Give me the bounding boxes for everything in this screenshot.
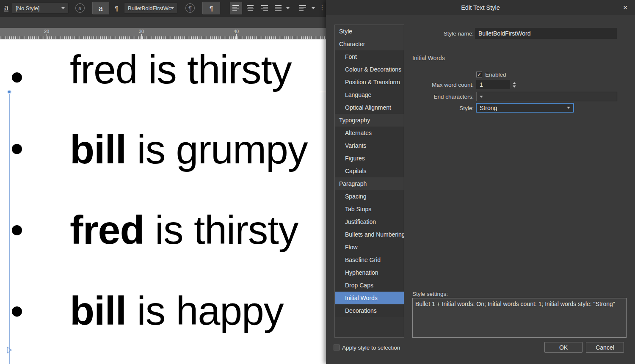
first-word: bill bbox=[70, 127, 126, 172]
circled-pilcrow-icon: ¶ bbox=[185, 3, 195, 13]
justify-button[interactable] bbox=[272, 2, 284, 14]
sidebar-item-initial-words[interactable]: Initial Words bbox=[335, 292, 404, 304]
sidebar-item-font[interactable]: Font bbox=[335, 50, 404, 63]
ok-button[interactable]: OK bbox=[544, 342, 583, 353]
style-dropdown[interactable]: Strong bbox=[476, 103, 574, 113]
cancel-button[interactable]: Cancel bbox=[586, 342, 624, 353]
toolbar-overflow-handle[interactable]: ⋮ bbox=[319, 3, 326, 11]
sidebar-item-style[interactable]: Style bbox=[335, 25, 404, 38]
list-options-button[interactable] bbox=[296, 2, 310, 14]
align-left-button[interactable] bbox=[230, 2, 242, 14]
ruler-minor-ticks bbox=[0, 36, 326, 39]
ruler-mark: 20 bbox=[44, 29, 49, 34]
sidebar-item-tab-stops[interactable]: Tab Stops bbox=[335, 203, 404, 215]
sidebar-item-drop-caps[interactable]: Drop Caps bbox=[335, 279, 404, 292]
apply-style-checkbox[interactable] bbox=[334, 345, 340, 350]
sidebar-item-optical-alignment[interactable]: Optical Alignment bbox=[335, 101, 404, 114]
doc-line-2[interactable]: bill is grumpy bbox=[70, 130, 307, 170]
first-word: fred bbox=[70, 207, 144, 252]
sidebar-item-language[interactable]: Language bbox=[335, 88, 404, 101]
sidebar-item-position-transform[interactable]: Position & Transform bbox=[335, 76, 404, 88]
sidebar-item-hyphenation[interactable]: Hyphenation bbox=[335, 266, 404, 279]
bullet-dot bbox=[12, 144, 22, 154]
sidebar-item-bullets-and-numbering[interactable]: Bullets and Numbering bbox=[335, 228, 404, 241]
sidebar-item-baseline-grid[interactable]: Baseline Grid bbox=[335, 254, 404, 266]
first-word: bill bbox=[70, 288, 126, 333]
character-style-icon: a bbox=[2, 2, 11, 14]
pilcrow-glyph: ¶ bbox=[115, 5, 118, 12]
enabled-label[interactable]: Enabled bbox=[485, 72, 506, 78]
toolbar-substrip bbox=[0, 17, 326, 28]
max-word-count-input[interactable]: 1 bbox=[476, 80, 510, 89]
close-icon[interactable]: ✕ bbox=[621, 3, 630, 12]
ruler-major-tick bbox=[141, 34, 142, 39]
doc-line-4[interactable]: bill is happy bbox=[70, 291, 283, 331]
update-character-style-button[interactable]: a bbox=[72, 2, 88, 14]
paragraph-mode-button[interactable]: ¶ bbox=[202, 2, 220, 14]
chevron-down-icon[interactable] bbox=[480, 96, 483, 98]
rest-of-line: is thirsty bbox=[138, 47, 292, 92]
chevron-down-icon bbox=[567, 107, 570, 109]
doc-line-1[interactable]: fred is thirsty bbox=[70, 50, 291, 90]
chevron-down-icon bbox=[171, 7, 174, 9]
chevron-down-icon bbox=[61, 7, 65, 9]
context-toolbar: a [No Style] a a ¶ BulletBoldFirstWor ¶ … bbox=[0, 0, 326, 17]
list-dropdown-button[interactable] bbox=[310, 2, 317, 14]
sidebar-item-justification[interactable]: Justification bbox=[335, 215, 404, 228]
style-settings-box: Bullet 1 + Initial words: On; Initial wo… bbox=[412, 298, 627, 338]
bullet-dot bbox=[12, 306, 22, 317]
max-word-count-stepper[interactable] bbox=[511, 80, 517, 89]
align-right-icon bbox=[260, 5, 268, 11]
doc-line-3[interactable]: fred is thirsty bbox=[70, 210, 298, 250]
rest-of-line: is grumpy bbox=[126, 127, 307, 172]
bullet-dot bbox=[12, 225, 22, 235]
stepper-down-icon[interactable] bbox=[513, 85, 516, 88]
align-right-button[interactable] bbox=[258, 2, 270, 14]
style-category-list: Style Character Font Colour & Decoration… bbox=[334, 25, 404, 338]
a-icon: a bbox=[99, 4, 103, 13]
character-mode-button[interactable]: a bbox=[92, 2, 109, 14]
text-frame-left-edge[interactable] bbox=[9, 92, 10, 364]
sidebar-item-character[interactable]: Character bbox=[335, 38, 404, 50]
style-name-input[interactable]: BulletBoldFirstWord bbox=[475, 28, 617, 39]
dialog-titlebar[interactable]: Edit Text Style ✕ bbox=[326, 0, 635, 15]
rest-of-line: is thirsty bbox=[144, 207, 298, 252]
style-name-label: Style name: bbox=[411, 30, 474, 37]
edit-text-style-dialog: Edit Text Style ✕ Style Character Font C… bbox=[326, 0, 635, 364]
update-paragraph-style-button[interactable]: ¶ bbox=[181, 2, 199, 14]
sidebar-item-paragraph[interactable]: Paragraph bbox=[335, 177, 404, 190]
enabled-checkbox[interactable]: ✓ bbox=[476, 72, 482, 77]
sidebar-item-spacing[interactable]: Spacing bbox=[335, 190, 404, 203]
dialog-title: Edit Text Style bbox=[461, 4, 500, 11]
document-canvas[interactable]: fred is thirsty bill is grumpy fred is t… bbox=[0, 39, 326, 364]
sidebar-item-figures[interactable]: Figures bbox=[335, 152, 404, 165]
justify-options-button[interactable] bbox=[284, 2, 291, 14]
style-dropdown-value: Strong bbox=[480, 105, 497, 111]
sidebar-item-variants[interactable]: Variants bbox=[335, 139, 404, 152]
initial-words-heading: Initial Words bbox=[412, 55, 445, 61]
ruler-major-tick bbox=[236, 34, 237, 39]
sidebar-item-flow[interactable]: Flow bbox=[335, 241, 404, 254]
sidebar-item-alternates[interactable]: Alternates bbox=[335, 127, 404, 139]
max-word-count-label: Max word count: bbox=[411, 82, 474, 88]
stepper-up-icon[interactable] bbox=[513, 82, 516, 84]
align-center-icon bbox=[246, 5, 254, 11]
character-style-dropdown[interactable]: [No Style] bbox=[12, 3, 69, 14]
sidebar-item-typography[interactable]: Typography bbox=[335, 114, 404, 127]
sidebar-item-decorations[interactable]: Decorations bbox=[335, 304, 404, 317]
paragraph-style-value: BulletBoldFirstWor bbox=[128, 5, 171, 11]
sidebar-item-colour-decorations[interactable]: Colour & Decorations bbox=[335, 63, 404, 76]
paragraph-style-dropdown[interactable]: BulletBoldFirstWor bbox=[124, 3, 178, 14]
style-name-value: BulletBoldFirstWord bbox=[478, 30, 530, 37]
text-frame-top-edge[interactable] bbox=[9, 92, 326, 92]
frame-corner-handle[interactable] bbox=[7, 90, 11, 94]
horizontal-ruler: 20 30 40 bbox=[0, 28, 326, 39]
circled-a-icon: a bbox=[75, 3, 85, 13]
justify-icon bbox=[274, 5, 282, 11]
end-characters-input[interactable] bbox=[476, 92, 617, 101]
align-center-button[interactable] bbox=[244, 2, 256, 14]
character-style-value: [No Style] bbox=[16, 5, 39, 11]
rest-of-line: is happy bbox=[126, 288, 283, 333]
sidebar-item-capitals[interactable]: Capitals bbox=[335, 165, 404, 177]
apply-style-label[interactable]: Apply style to selection bbox=[342, 345, 400, 351]
